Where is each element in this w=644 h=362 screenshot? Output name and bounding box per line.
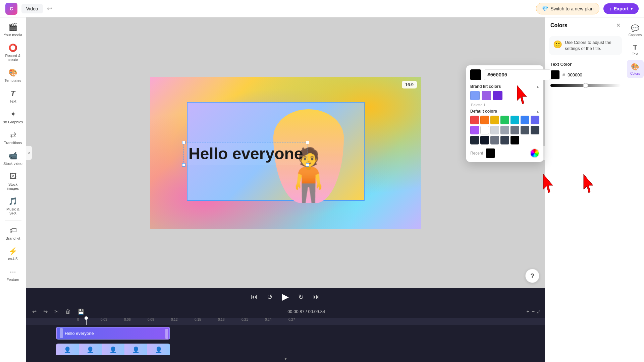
color-cell-indigo[interactable] — [531, 116, 539, 124]
undo-icon: ↩ — [47, 5, 52, 12]
right-panel-colors: Colors ✕ 🙂 Use Colors to adjust the sett… — [545, 17, 626, 362]
sidebar-item-feature[interactable]: ⚡ en-US — [1, 244, 25, 263]
topbar: C Video ↩ 💎 Switch to a new plan ↑ Expor… — [0, 0, 644, 17]
text-color-swatch[interactable] — [550, 70, 560, 79]
tab-captions[interactable]: 💬 Captions — [627, 21, 644, 40]
recent-swatch-black[interactable] — [486, 148, 495, 158]
switch-plan-button[interactable]: 💎 Switch to a new plan — [536, 3, 599, 14]
sidebar-item-graphics[interactable]: ✦ 98 Graphics — [1, 107, 25, 127]
sidebar-item-templates[interactable]: 🎨 Templates — [1, 66, 25, 85]
sidebar-item-more[interactable]: ··· Feature — [1, 265, 25, 284]
ruler-mark-18: 0:18 — [218, 318, 224, 321]
video-track-clip[interactable]: 👤 👤 👤 👤 👤 — [56, 344, 170, 355]
color-cell-green[interactable] — [500, 116, 509, 124]
text-track-clip[interactable]: Hello everyone — [56, 327, 170, 340]
stock-video-icon: 📹 — [8, 152, 17, 160]
canvas-text-content: Hello everyone — [189, 145, 303, 163]
picker-current-color-swatch[interactable] — [470, 69, 481, 80]
color-slider[interactable] — [550, 84, 621, 87]
sidebar-item-record-create[interactable]: ⭕ Record & create — [1, 41, 25, 64]
color-cell-yellow[interactable] — [490, 116, 499, 124]
color-wheel-button[interactable] — [530, 148, 539, 158]
sidebar-item-text[interactable]: T Text — [1, 86, 25, 106]
video-thumb-3: 👤 — [102, 344, 124, 355]
music-icon: 🎵 — [8, 197, 17, 206]
zoom-in-button[interactable]: + — [526, 309, 529, 315]
panel-close-button[interactable]: ✕ — [616, 22, 621, 28]
playhead[interactable] — [86, 318, 87, 325]
sidebar-item-your-media[interactable]: 🎬 Your media — [1, 20, 25, 40]
color-cell-blue[interactable] — [521, 116, 529, 124]
slider-thumb[interactable] — [583, 83, 588, 88]
palette-swatch-1[interactable] — [470, 91, 480, 100]
redo-button[interactable]: ↪ — [41, 307, 50, 316]
color-cell-gray-mid2[interactable] — [511, 126, 519, 134]
color-cell-gray-dark2[interactable] — [531, 126, 539, 134]
panel-title: Colors — [550, 22, 568, 28]
brand-kit-chevron-icon[interactable]: ▲ — [536, 85, 539, 88]
timeline-zoom-controls: + − ⤢ — [526, 309, 541, 315]
zoom-out-button[interactable]: − — [532, 309, 535, 315]
sidebar-item-stock-video[interactable]: 📹 Stock video — [1, 149, 25, 168]
color-cell-red[interactable] — [470, 116, 479, 124]
ruler-mark-0: 0 — [77, 318, 79, 321]
ruler-mark-3: 0:03 — [101, 318, 107, 321]
color-cell-gray-2[interactable] — [490, 136, 499, 144]
timeline-area: ⏮ ↺ ▶ ↻ ⏭ ↩ ↪ ✂ 🗑 💾 00:00.87 / 00:09.84 … — [26, 288, 545, 362]
export-button[interactable]: ↑ Export ▾ — [603, 3, 639, 14]
sidebar-item-stock-images[interactable]: 🖼 Stock images — [1, 170, 25, 193]
more-icon: ··· — [10, 267, 16, 276]
ruler-mark-12: 0:12 — [171, 318, 177, 321]
default-colors-label: Default colors ▲ — [470, 109, 539, 114]
resize-handle-bl[interactable] — [182, 163, 185, 167]
clip-handle-right[interactable] — [165, 329, 168, 339]
color-cell-cyan[interactable] — [511, 116, 519, 124]
sidebar-item-label: Brand kit — [6, 236, 20, 240]
tab-colors[interactable]: 🎨 Colors — [627, 60, 644, 78]
templates-icon: 🎨 — [8, 68, 17, 77]
cut-button[interactable]: ✂ — [52, 307, 61, 316]
rewind-button[interactable]: ↺ — [266, 292, 274, 302]
expand-timeline-button[interactable]: ⤢ — [537, 309, 541, 314]
video-thumb-2: 👤 — [79, 344, 102, 355]
skip-back-button[interactable]: ⏮ — [250, 292, 259, 302]
colors-tab-icon: 🎨 — [631, 63, 639, 71]
resize-handle-br[interactable] — [306, 163, 309, 167]
default-colors-chevron-icon[interactable]: ▲ — [536, 110, 539, 113]
text-element[interactable]: Hello everyone — [183, 142, 308, 165]
recent-label: Recent — [470, 151, 483, 156]
tab-text[interactable]: T Text — [627, 41, 644, 59]
picker-hex-input[interactable] — [484, 69, 551, 80]
color-cell-gray-mid1[interactable] — [500, 126, 509, 134]
sidebar-item-brand-kit[interactable]: 🏷 Brand kit — [1, 224, 25, 243]
resize-handle-tr[interactable] — [306, 141, 309, 144]
color-cell-gray-light[interactable] — [490, 126, 499, 134]
play-button[interactable]: ▶ — [281, 290, 290, 303]
panel-header: Colors ✕ — [545, 17, 626, 32]
sidebar-item-label: Templates — [4, 78, 21, 82]
undo-button[interactable]: ↩ — [30, 307, 39, 316]
clip-handle-left[interactable] — [60, 328, 63, 338]
delete-button[interactable]: 🗑 — [63, 308, 73, 316]
sidebar-item-transitions[interactable]: ⇄ Transitions — [1, 128, 25, 147]
help-button[interactable]: ? — [525, 269, 539, 283]
color-cell-gray-dark1[interactable] — [521, 126, 529, 134]
video-tab-button[interactable]: Video — [21, 4, 43, 13]
color-cell-orange[interactable] — [480, 116, 489, 124]
fast-forward-button[interactable]: ↻ — [297, 292, 305, 302]
palette-swatch-3[interactable] — [493, 91, 502, 100]
resize-handle-tl[interactable] — [182, 141, 185, 144]
transitions-icon: ⇄ — [10, 131, 16, 139]
color-cell-near-black[interactable] — [480, 136, 489, 144]
color-cell-gray-dark3[interactable] — [470, 136, 479, 144]
color-cell-purple[interactable] — [470, 126, 479, 134]
save-button[interactable]: 💾 — [75, 307, 86, 316]
color-cell-dark-2[interactable] — [500, 136, 509, 144]
palette-swatch-2[interactable] — [482, 91, 491, 100]
timeline-collapse-button[interactable]: ▾ — [284, 356, 287, 361]
canvas-nav-left-button[interactable]: ‹ — [26, 146, 32, 160]
color-cell-white[interactable] — [480, 126, 489, 134]
sidebar-item-music-sfx[interactable]: 🎵 Music & SFX — [1, 194, 25, 218]
skip-forward-button[interactable]: ⏭ — [312, 292, 321, 302]
color-cell-black[interactable] — [511, 136, 519, 144]
